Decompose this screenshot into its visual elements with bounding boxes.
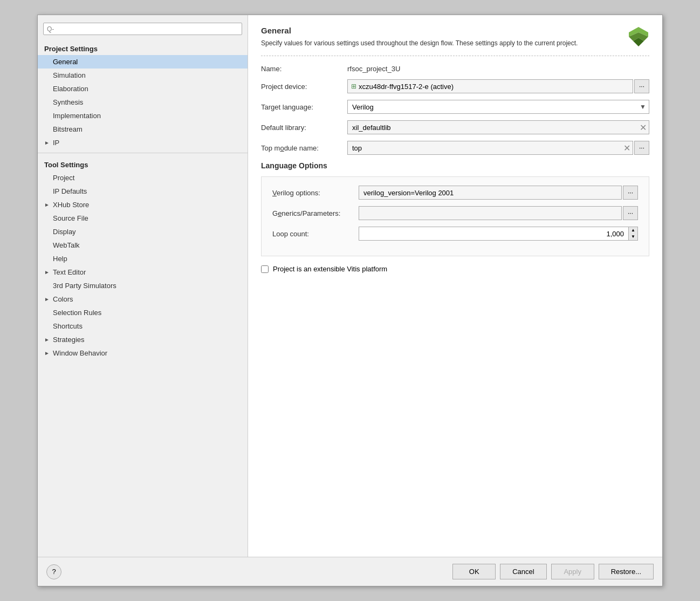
sidebar-item-text-editor[interactable]: ► Text Editor [38,265,248,279]
chevron-right-icon: ► [44,202,52,208]
sidebar-item-label: Shortcuts [53,322,83,330]
sidebar-item-help[interactable]: Help [38,252,248,265]
default-library-clear-button[interactable]: ✕ [637,122,649,133]
search-input[interactable] [56,25,238,33]
sidebar-item-elaboration[interactable]: Elaboration [38,82,248,95]
target-language-label: Target language: [261,103,347,111]
sidebar-item-selection-rules[interactable]: Selection Rules [38,306,248,319]
generics-browse-button[interactable]: ··· [623,206,638,220]
sidebar-item-3rd-party-simulators[interactable]: 3rd Party Simulators [38,279,248,292]
sidebar-item-label: XHub Store [53,201,89,209]
target-language-wrapper: Verilog VHDL ▼ [347,100,649,114]
target-language-row: Target language: Verilog VHDL ▼ [261,100,649,114]
default-library-row: Default library: ✕ [261,120,649,134]
sidebar-item-source-file[interactable]: Source File [38,211,248,225]
sidebar-item-label: Elaboration [53,85,88,93]
sidebar-item-label: Window Behavior [53,349,107,357]
sidebar-item-label: 3rd Party Simulators [53,282,116,290]
sidebar-item-window-behavior[interactable]: ► Window Behavior [38,346,248,360]
sidebar-item-label: Project [53,174,74,182]
vitis-platform-label[interactable]: Project is an extensible Vitis platform [273,265,387,273]
loop-count-label: Loop count: [272,230,359,238]
vitis-platform-checkbox[interactable] [261,265,269,273]
project-device-input[interactable]: ⊞ xczu48dr-ffvg1517-2-e (active) [347,79,633,93]
lang-options-title: Language Options [261,161,649,170]
top-module-browse-button[interactable]: ··· [634,141,649,155]
vivado-logo [628,26,649,47]
device-icon: ⊞ [351,83,356,90]
sidebar-item-label: Strategies [53,336,85,344]
settings-dialog: Q- Project Settings General Simulation E… [37,15,663,586]
chevron-right-icon: ► [44,350,52,356]
sidebar-item-ip-defaults[interactable]: IP Defaults [38,185,248,198]
loop-count-decrement-button[interactable]: ▼ [629,234,637,240]
loop-count-spinbox: ▲ ▼ [629,227,638,241]
default-library-input[interactable] [348,121,637,134]
name-label: Name: [261,65,347,73]
sidebar-item-label: Colors [53,295,73,303]
sidebar-item-implementation[interactable]: Implementation [38,109,248,122]
name-value: rfsoc_project_3U [347,65,400,73]
sidebar-item-shortcuts[interactable]: Shortcuts [38,319,248,333]
sidebar-item-synthesis[interactable]: Synthesis [38,95,248,109]
generics-label: Generics/Parameters: [272,209,359,217]
top-module-label: Top module name: [261,144,347,152]
sidebar-item-label: Synthesis [53,98,83,106]
chevron-right-icon: ► [44,140,52,146]
project-device-label: Project device: [261,83,347,91]
target-language-select[interactable]: Verilog VHDL [347,100,649,114]
sidebar-item-label: Display [53,228,76,236]
sidebar-item-webtalk[interactable]: WebTalk [38,238,248,252]
chevron-right-icon: ► [44,296,52,302]
default-library-field: ✕ [347,120,649,134]
ok-button[interactable]: OK [452,564,496,579]
sidebar-item-project[interactable]: Project [38,171,248,185]
top-module-input[interactable] [348,141,621,154]
tool-settings-header: Tool Settings [38,159,248,171]
bottom-bar: ? OK Cancel Apply Restore... [38,557,662,586]
sidebar-item-ip[interactable]: ► IP [38,136,248,149]
sidebar-item-label: Selection Rules [53,309,101,317]
sidebar-item-label: IP [53,139,59,147]
sidebar-item-display[interactable]: Display [38,225,248,238]
verilog-options-label: Verilog options: [272,189,359,197]
generics-field: ··· [359,206,638,220]
sidebar-item-label: Bitstream [53,125,83,133]
project-device-browse-button[interactable]: ··· [634,79,649,93]
project-device-label-text: Project device: [261,83,307,91]
sidebar-item-label: Implementation [53,112,101,120]
panel-title: General [261,26,649,35]
top-module-input-wrapper: ✕ [347,141,633,155]
panel-description: Specify values for various settings used… [261,38,649,48]
chevron-right-icon: ► [44,337,52,343]
sidebar-item-label: IP Defaults [53,187,87,195]
loop-count-increment-button[interactable]: ▲ [629,227,637,234]
verilog-options-browse-button[interactable]: ··· [623,186,638,200]
vitis-platform-row: Project is an extensible Vitis platform [261,265,649,273]
chevron-right-icon: ► [44,269,52,275]
sidebar-item-colors[interactable]: ► Colors [38,292,248,306]
sidebar-item-strategies[interactable]: ► Strategies [38,333,248,346]
top-module-row: Top module name: ✕ ··· [261,141,649,155]
search-box[interactable]: Q- [43,23,242,35]
sidebar-item-bitstream[interactable]: Bitstream [38,122,248,136]
loop-count-field: ▲ ▼ [359,227,638,241]
verilog-options-row: Verilog options: ··· [272,186,638,200]
verilog-options-input[interactable] [359,186,622,200]
sidebar-item-general[interactable]: General [38,55,248,69]
sidebar-item-simulation[interactable]: Simulation [38,69,248,82]
right-panel: General Specify values for various setti… [248,15,662,557]
cancel-button[interactable]: Cancel [500,564,546,579]
project-device-row: Project device: ⊞ xczu48dr-ffvg1517-2-e … [261,79,649,93]
loop-count-row: Loop count: ▲ ▼ [272,227,638,241]
sidebar-item-label: General [53,58,78,66]
restore-button[interactable]: Restore... [599,564,654,579]
sidebar-item-xhub-store[interactable]: ► XHub Store [38,198,248,211]
apply-button[interactable]: Apply [551,564,594,579]
project-settings-header: Project Settings [38,43,248,55]
loop-count-input[interactable] [359,227,629,241]
generics-input[interactable] [359,206,622,220]
sidebar-item-label: WebTalk [53,241,80,249]
top-module-clear-button[interactable]: ✕ [621,143,633,153]
help-button[interactable]: ? [46,564,61,579]
